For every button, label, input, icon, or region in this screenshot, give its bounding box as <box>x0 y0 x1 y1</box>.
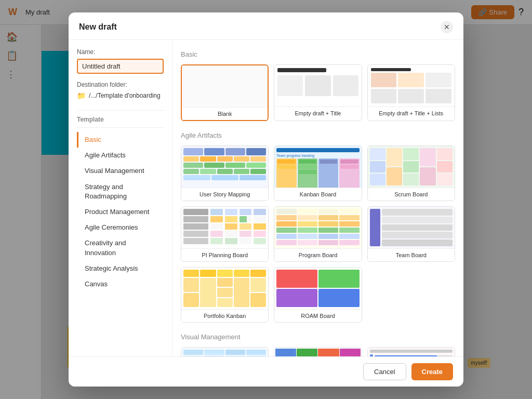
template-name-portfolio: Portfolio Kanban <box>181 309 268 322</box>
template-thumb-empty-title-lists <box>368 65 455 107</box>
new-draft-modal: New draft ✕ Name: Destination folder: 📁 … <box>69 12 463 387</box>
template-name-story: User Story Mapping <box>181 188 268 201</box>
modal-overlay: New draft ✕ Name: Destination folder: 📁 … <box>0 0 532 399</box>
agile-template-grid: User Story Mapping Team progress trackin… <box>181 145 455 323</box>
destination-folder[interactable]: 📁 /.../Template d'onboarding <box>77 91 164 100</box>
template-name-blank: Blank <box>182 107 268 120</box>
name-label: Name: <box>77 48 164 56</box>
template-thumb-portfolio <box>181 268 268 309</box>
folder-icon: 📁 <box>77 91 86 100</box>
template-card-blank[interactable]: Blank <box>181 64 269 121</box>
template-section-label: Template <box>77 116 164 128</box>
template-name-empty-title-lists: Empty draft + Title + Lists <box>368 107 455 119</box>
template-card-user-story[interactable]: User Story Mapping <box>181 145 269 201</box>
section-title-basic: Basic <box>181 50 455 58</box>
template-name-program: Program Board <box>274 248 361 261</box>
template-card-pi[interactable]: PI Planning Board <box>181 206 269 262</box>
template-name-scrum: Scrum Board <box>368 188 455 201</box>
template-thumb-visual1 <box>181 348 268 356</box>
modal-title: New draft <box>79 22 117 32</box>
nav-item-visual-management[interactable]: Visual Management <box>77 163 164 179</box>
modal-header: New draft ✕ <box>69 12 463 40</box>
template-card-visual1[interactable]: Visual Template 1 <box>181 347 269 356</box>
template-thumb-kanban: Team progress tracking <box>274 146 361 188</box>
nav-item-product-management[interactable]: Product Management <box>77 204 164 220</box>
template-thumb-empty-title <box>274 65 361 107</box>
template-card-visual3[interactable]: Visual Template 3 <box>367 347 455 356</box>
template-thumb-visual3 <box>368 348 455 356</box>
nav-item-canvas[interactable]: Canvas <box>77 276 164 292</box>
template-thumb-blank <box>182 65 268 107</box>
template-name-kanban: Kanban Board <box>274 188 361 201</box>
modal-footer: Cancel Create <box>69 356 463 387</box>
template-thumb-visual2 <box>274 348 361 356</box>
template-card-visual2[interactable]: Visual Template 2 <box>274 347 362 356</box>
template-nav-list: Basic Agile Artifacts Visual Management … <box>77 128 164 296</box>
modal-close-button[interactable]: ✕ <box>441 21 453 33</box>
section-title-agile: Agile Artifacts <box>181 131 455 139</box>
nav-item-basic[interactable]: Basic <box>77 132 164 148</box>
create-button[interactable]: Create <box>411 363 453 380</box>
template-card-portfolio[interactable]: Portfolio Kanban <box>181 267 269 323</box>
section-title-visual: Visual Management <box>181 333 455 341</box>
nav-item-strategic-analysis[interactable]: Strategic Analysis <box>77 261 164 276</box>
template-card-program[interactable]: Program Board <box>274 206 362 262</box>
template-name-pi: PI Planning Board <box>181 248 268 261</box>
visual-template-grid: Visual Template 1 <box>181 347 455 356</box>
template-name-empty-title: Empty draft + Title <box>274 107 361 119</box>
template-thumb-team <box>368 207 455 248</box>
template-card-roam[interactable]: ROAM Board <box>274 267 362 323</box>
left-panel: Name: Destination folder: 📁 /.../Templat… <box>69 40 172 356</box>
template-card-empty-title[interactable]: Empty draft + Title <box>274 64 362 121</box>
draft-name-input[interactable] <box>77 59 164 74</box>
nav-item-agile-artifacts[interactable]: Agile Artifacts <box>77 148 164 163</box>
destination-label: Destination folder: <box>77 81 164 88</box>
template-thumb-story <box>181 146 268 188</box>
nav-item-agile-ceremonies[interactable]: Agile Ceremonies <box>77 220 164 235</box>
template-thumb-pi <box>181 207 268 248</box>
template-card-kanban[interactable]: Team progress tracking <box>274 145 362 201</box>
folder-path: /.../Template d'onboarding <box>89 92 161 99</box>
basic-template-grid: Blank <box>181 64 455 121</box>
right-panel: Basic Blank <box>172 40 463 356</box>
template-thumb-scrum <box>368 146 455 188</box>
modal-body: Name: Destination folder: 📁 /.../Templat… <box>69 40 463 356</box>
template-card-team[interactable]: Team Board <box>367 206 455 262</box>
nav-item-strategy-roadmapping[interactable]: Strategy and Roadmapping <box>77 179 164 204</box>
template-name-roam: ROAM Board <box>274 309 361 322</box>
cancel-button[interactable]: Cancel <box>363 363 406 380</box>
template-thumb-program <box>274 207 361 248</box>
template-name-team: Team Board <box>368 248 455 261</box>
nav-item-creativity-innovation[interactable]: Creativity and Innovation <box>77 235 164 260</box>
template-thumb-roam <box>274 268 361 309</box>
template-card-scrum[interactable]: Scrum Board <box>367 145 455 201</box>
template-card-empty-title-lists[interactable]: Empty draft + Title + Lists <box>367 64 455 121</box>
